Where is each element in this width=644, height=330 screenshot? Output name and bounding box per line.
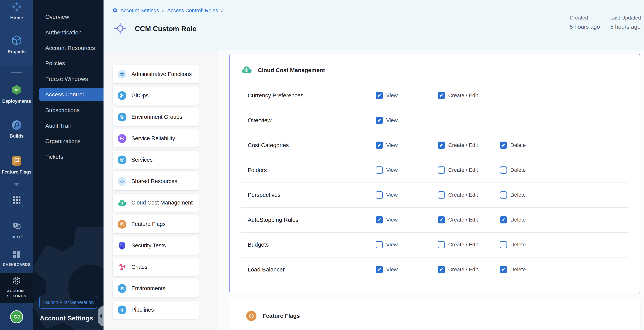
resource-group-environments[interactable]: Environments [113, 279, 198, 297]
checkbox-load-balancer-delete[interactable]: ✔ [500, 266, 507, 273]
chevron-left-icon [99, 314, 102, 318]
checkbox-cost-categories-create-edit[interactable]: ✔ [438, 141, 445, 149]
permission-currency-preferences-create-edit: ✔Create / Edit [438, 83, 478, 108]
sidenav-item-overview[interactable]: Overview [39, 10, 104, 23]
resource-group-gitops[interactable]: GitOps [113, 86, 198, 105]
permission-load-balancer-delete: ✔Delete [500, 257, 526, 282]
resource-group-chaos[interactable]: Chaos [113, 258, 198, 276]
checkbox-overview-view[interactable]: ✔ [376, 117, 383, 124]
title-row: CCM Custom Role [114, 23, 196, 35]
created-label: Created [570, 15, 600, 21]
rail-item-projects[interactable]: Projects [0, 35, 33, 54]
chevron-down-icon[interactable] [14, 183, 20, 186]
checkbox-perspectives-create-edit[interactable] [438, 191, 445, 199]
checkbox-autostopping-rules-view[interactable]: ✔ [376, 216, 383, 223]
resource-group-services[interactable]: Services [113, 151, 198, 169]
permission-perspectives-view: View [376, 183, 398, 207]
permission-name: View [386, 117, 398, 123]
permission-row-label: Cost Categories [248, 133, 289, 158]
module-grid-button[interactable] [10, 193, 24, 207]
breadcrumb: Account Settings > Access Control: Roles… [112, 7, 224, 14]
collapse-sidenav-button[interactable] [98, 306, 104, 326]
permission-folders-view: View [376, 158, 398, 183]
permission-row-currency-preferences: Currency Preferences✔View✔Create / Edit [230, 83, 640, 108]
resource-group-label: Administrative Functions [132, 71, 192, 77]
permission-name: Create / Edit [448, 192, 478, 198]
checkbox-load-balancer-create-edit[interactable]: ✔ [438, 266, 445, 273]
resource-group-service-reliability[interactable]: Service Reliability [113, 129, 198, 147]
checkbox-budgets-delete[interactable] [500, 241, 507, 248]
rail-item-builds[interactable]: Builds [0, 120, 33, 139]
resource-group-cloud-cost-management[interactable]: $Cloud Cost Management [113, 194, 198, 212]
sidenav-item-organizations[interactable]: Organizations [39, 135, 104, 148]
breadcrumb-separator: > [162, 8, 165, 14]
gitops-icon [118, 91, 126, 100]
permission-name: View [386, 266, 398, 273]
admin-functions-icon [118, 70, 126, 79]
account-settings-icon [12, 276, 21, 286]
rail-item-deployments[interactable]: ∞Deployments [0, 85, 33, 104]
checkbox-cost-categories-view[interactable]: ✔ [376, 141, 383, 149]
permission-autostopping-rules-view: ✔View [376, 207, 398, 232]
permission-cost-categories-create-edit: ✔Create / Edit [438, 133, 478, 158]
sidenav-item-access-control[interactable]: Access Control [39, 88, 104, 101]
resource-group-feature-flags[interactable]: Feature Flags [113, 215, 198, 233]
resource-group-security-tests[interactable]: Security Tests [113, 236, 198, 255]
resource-group-pipelines[interactable]: Pipelines [113, 301, 198, 319]
checkbox-perspectives-delete[interactable] [500, 191, 507, 199]
checkbox-cost-categories-delete[interactable]: ✔ [500, 141, 507, 149]
sidenav-item-subscriptions[interactable]: Subscriptions [39, 104, 104, 117]
resource-group-administrative-functions[interactable]: Administrative Functions [113, 65, 198, 83]
sidenav-item-policies[interactable]: Policies [39, 57, 104, 70]
resource-group-label: Environment Groups [132, 114, 182, 120]
sidenav-item-freeze-windows[interactable]: Freeze Windows [39, 73, 104, 86]
sidenav-item-account-resources[interactable]: Account Resources [39, 42, 104, 55]
permission-row-label: Folders [248, 158, 267, 183]
rail-divider [0, 192, 33, 192]
checkbox-folders-create-edit[interactable] [438, 167, 445, 174]
builds-icon [12, 120, 22, 131]
rail-item-label: Home [10, 15, 23, 21]
rail-item-help[interactable]: ?HELP [0, 222, 33, 240]
sidenav-item-audit-trail[interactable]: Audit Trail [39, 119, 104, 132]
resource-group-environment-groups[interactable]: Environment Groups [113, 108, 198, 126]
meta-dates: Created 5 hours ago Last Updated 5 hours… [570, 15, 641, 30]
rail-item-home[interactable]: Home [0, 2, 33, 21]
breadcrumb-account-settings[interactable]: Account Settings [120, 8, 159, 14]
rail-item-label: DASHBOARDS [3, 262, 30, 267]
permission-overview-view: ✔View [376, 108, 398, 133]
rail-item-account-settings[interactable]: ACCOUNT SETTINGS [0, 276, 33, 299]
panel-title: Feature Flags [262, 312, 300, 319]
launch-first-generation-button[interactable]: Launch First Generation [39, 296, 97, 308]
environment-groups-icon [118, 113, 126, 121]
sidenav-item-tickets[interactable]: Tickets [39, 150, 104, 163]
sidenav-item-authentication[interactable]: Authentication [39, 26, 104, 39]
breadcrumb-access-control-roles[interactable]: Access Control: Roles [167, 8, 218, 14]
checkbox-budgets-create-edit[interactable] [438, 241, 445, 248]
rail-item-feature-flags[interactable]: Feature Flags [0, 156, 33, 175]
checkbox-budgets-view[interactable] [376, 241, 383, 248]
checkbox-currency-preferences-view[interactable]: ✔ [376, 92, 383, 99]
rail-item-dashboards[interactable]: DASHBOARDS [0, 250, 33, 267]
permission-row-folders: FoldersViewCreate / EditDelete [230, 158, 640, 183]
permission-name: Create / Edit [448, 266, 478, 273]
checkbox-folders-delete[interactable] [500, 167, 507, 174]
checkbox-currency-preferences-create-edit[interactable]: ✔ [438, 92, 445, 99]
checkbox-load-balancer-view[interactable]: ✔ [376, 266, 383, 273]
permission-row-label: Overview [248, 108, 272, 133]
avatar[interactable]: CJ [10, 310, 23, 323]
checkbox-autostopping-rules-delete[interactable]: ✔ [500, 216, 507, 223]
projects-icon [11, 35, 22, 47]
resource-group-label: GitOps [132, 92, 148, 99]
checkbox-autostopping-rules-create-edit[interactable]: ✔ [438, 216, 445, 223]
checkbox-folders-view[interactable] [376, 167, 383, 174]
permission-row-overview: Overview✔View [230, 108, 640, 133]
resource-group-shared-resources[interactable]: Shared Resources [113, 172, 198, 190]
page-header: Account Settings > Access Control: Roles… [104, 0, 644, 50]
breadcrumb-separator: > [220, 8, 224, 14]
permission-name: Delete [510, 217, 526, 223]
permission-name: View [386, 217, 398, 223]
checkbox-perspectives-view[interactable] [376, 191, 383, 199]
panel-title: Cloud Cost Management [258, 67, 325, 73]
ccm-permissions-panel: $ Cloud Cost Management Currency Prefere… [229, 54, 640, 293]
